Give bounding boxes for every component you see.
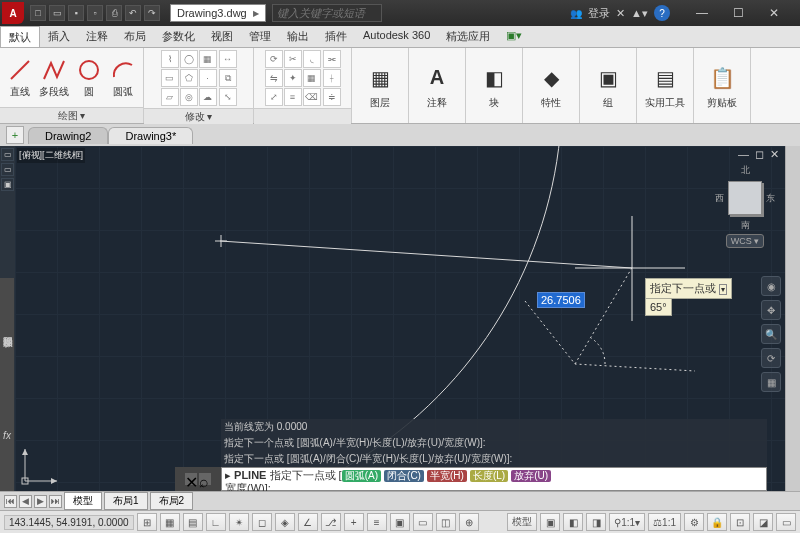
tab-a360[interactable]: Autodesk 360 [355,26,438,47]
properties-button[interactable]: ◆特性 [527,62,575,110]
command-input[interactable]: ▸ PLINE 指定下一点或 [圆弧(A) 闭合(C) 半宽(H) 长度(L) … [221,467,767,491]
doc-tab-1[interactable]: Drawing2 [28,127,108,144]
status-clean-icon[interactable]: ▭ [776,513,796,531]
sm-rect-icon[interactable]: ▭ [161,69,179,87]
dynamic-length-input[interactable]: 26.7506 [537,292,585,308]
sm-move-icon[interactable]: ↔ [219,50,237,68]
status-infer-icon[interactable]: ⊞ [137,513,157,531]
status-annoscale[interactable]: ⚲ 1:1▾ [609,513,645,531]
sm-mirror-icon[interactable]: ⇋ [265,69,283,87]
signin-link[interactable]: 登录 [588,6,610,21]
status-osnap-icon[interactable]: ◻ [252,513,272,531]
tab-addins[interactable]: 插件 [317,26,355,47]
doc-tab-2[interactable]: Drawing3* [108,127,193,144]
sm-break-icon[interactable]: ⟊ [323,69,341,87]
people-icon[interactable]: 👥 [570,8,582,19]
sm-stretch-icon[interactable]: ⤡ [219,88,237,106]
qat-open-icon[interactable]: ▭ [49,5,65,21]
status-polar-icon[interactable]: ✴ [229,513,249,531]
tab-output[interactable]: 输出 [279,26,317,47]
kw-close[interactable]: 闭合(C) [384,470,424,482]
status-lwt-icon[interactable]: ≡ [367,513,387,531]
status-ducs-icon[interactable]: ⎇ [321,513,341,531]
command-line-handle[interactable]: ✕⌕ [175,467,221,491]
status-sc-icon[interactable]: ◫ [436,513,456,531]
status-qvl-icon[interactable]: ◨ [586,513,606,531]
layout-nav-first-icon[interactable]: ⏮ [4,495,17,508]
vertical-scrollbar[interactable] [785,146,800,491]
sm-hatch-icon[interactable]: ▦ [199,50,217,68]
tab-featured[interactable]: 精选应用 [438,26,498,47]
status-otrack-icon[interactable]: ∠ [298,513,318,531]
sm-polygon-icon[interactable]: ⬠ [180,69,198,87]
status-scale[interactable]: ⚖ 1:1 [648,513,681,531]
qat-save-icon[interactable]: ▪ [68,5,84,21]
new-drawing-button[interactable]: + [6,126,24,144]
sm-erase-icon[interactable]: ⌫ [303,88,321,106]
sm-copy-icon[interactable]: ⧉ [219,69,237,87]
qat-redo-icon[interactable]: ↷ [144,5,160,21]
status-snap-icon[interactable]: ▦ [160,513,180,531]
status-am-icon[interactable]: ⊕ [459,513,479,531]
status-maxvp-icon[interactable]: ▣ [540,513,560,531]
line-button[interactable]: 直线 [4,56,36,99]
circle-button[interactable]: 圆 [73,56,105,99]
status-model-button[interactable]: 模型 [507,513,537,531]
qat-saveas-icon[interactable]: ▫ [87,5,103,21]
palette-btn-2[interactable]: ▭ [1,163,14,176]
tab-expand-icon[interactable]: ▣▾ [498,26,530,47]
status-ortho-icon[interactable]: ∟ [206,513,226,531]
qat-new-icon[interactable]: □ [30,5,46,21]
status-qp-icon[interactable]: ▭ [413,513,433,531]
qat-undo-icon[interactable]: ↶ [125,5,141,21]
maximize-button[interactable]: ☐ [720,3,756,23]
layout-nav-next-icon[interactable]: ▶ [34,495,47,508]
sm-donut-icon[interactable]: ◎ [180,88,198,106]
sm-point-icon[interactable]: · [199,69,217,87]
palette-btn-1[interactable]: ▭ [1,148,14,161]
sm-region-icon[interactable]: ▱ [161,88,179,106]
status-tpy-icon[interactable]: ▣ [390,513,410,531]
status-iso-icon[interactable]: ◪ [753,513,773,531]
arc-button[interactable]: 圆弧 [107,56,139,99]
model-tab[interactable]: 模型 [64,492,102,510]
qat-print-icon[interactable]: ⎙ [106,5,122,21]
status-hw-icon[interactable]: ⊡ [730,513,750,531]
palette-btn-3[interactable]: ▣ [1,178,14,191]
utilities-button[interactable]: ▤实用工具 [641,62,689,110]
side-palette-collapsed[interactable]: 器即加标误 fx [0,278,14,491]
drawing-canvas[interactable]: [俯视][二维线框] — ◻ ✕ 北 西 东 南 WCS ▾ ◉ ✥ 🔍 ⟳ ▦ [15,146,785,491]
sm-fillet-icon[interactable]: ◟ [303,50,321,68]
tab-manage[interactable]: 管理 [241,26,279,47]
sm-trim-icon[interactable]: ✂ [284,50,302,68]
group-button[interactable]: ▣组 [584,62,632,110]
tab-insert[interactable]: 插入 [40,26,78,47]
sm-join-icon[interactable]: ⫘ [323,50,341,68]
panel-title-draw[interactable]: 绘图 ▾ [0,107,143,123]
kw-halfwidth[interactable]: 半宽(H) [427,470,467,482]
layers-button[interactable]: ▦图层 [356,62,404,110]
tab-default[interactable]: 默认 [0,26,40,47]
fx-icon[interactable]: fx [3,430,11,441]
polyline-button[interactable]: 多段线 [38,56,70,99]
status-lock-icon[interactable]: 🔒 [707,513,727,531]
panel-title-modify[interactable]: 修改 ▾ [144,108,253,124]
status-dyn-icon[interactable]: + [344,513,364,531]
layout-nav-prev-icon[interactable]: ◀ [19,495,32,508]
tab-annotate[interactable]: 注释 [78,26,116,47]
sm-spline-icon[interactable]: ⌇ [161,50,179,68]
tab-parametric[interactable]: 参数化 [154,26,203,47]
sm-scale-icon[interactable]: ⤢ [265,88,283,106]
sm-offset-icon[interactable]: ≡ [284,88,302,106]
tab-layout[interactable]: 布局 [116,26,154,47]
status-grid-icon[interactable]: ▤ [183,513,203,531]
layout2-tab[interactable]: 布局2 [150,492,194,510]
chevron-down-icon[interactable]: ▶ [253,9,259,18]
clipboard-button[interactable]: 📋剪贴板 [698,62,746,110]
kw-length[interactable]: 长度(L) [470,470,508,482]
search-input[interactable] [272,4,382,22]
sm-explode-icon[interactable]: ✦ [284,69,302,87]
exchange-a-icon[interactable]: ▲▾ [631,7,648,20]
help-icon[interactable]: ? [654,5,670,21]
exchange-x-icon[interactable]: ✕ [616,7,625,20]
